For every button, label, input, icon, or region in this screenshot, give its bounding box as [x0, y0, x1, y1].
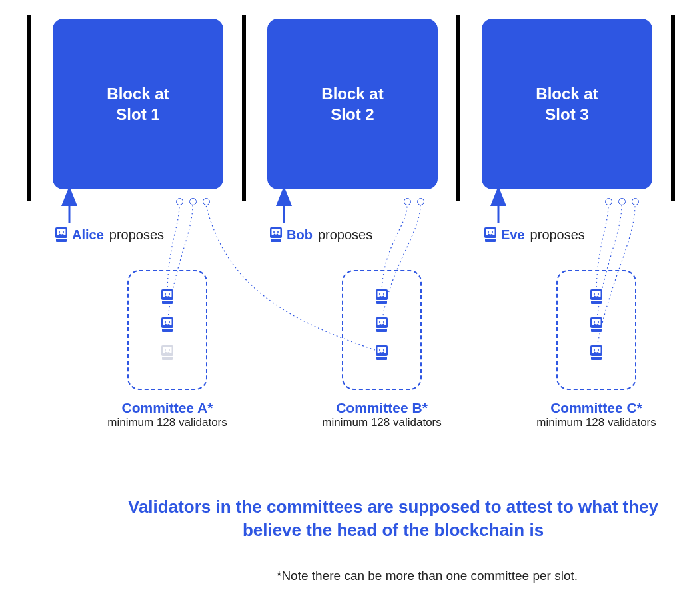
- block-label: Block atSlot 2: [321, 83, 383, 125]
- committee-sub: minimum 128 validators: [510, 416, 683, 429]
- committee-box-a: [127, 270, 207, 390]
- block-slot-2: Block atSlot 2: [267, 19, 438, 189]
- caption-text: Validators in the committees are suppose…: [127, 495, 660, 542]
- attest-dot: [203, 198, 210, 205]
- attest-dot: [176, 198, 183, 205]
- block-slot-1: Block atSlot 1: [53, 19, 223, 189]
- committee-label: Committee C* minimum 128 validators: [510, 400, 683, 429]
- committee-name: Committee C*: [510, 400, 683, 416]
- attest-dot: [417, 198, 424, 205]
- block-label: Block atSlot 3: [536, 83, 598, 125]
- separator-bar: [456, 15, 460, 201]
- committee-box-c: [556, 270, 636, 390]
- proposer-name: Eve: [501, 227, 525, 243]
- committee-name: Committee A*: [81, 400, 254, 416]
- committee-sub: minimum 128 validators: [81, 416, 254, 429]
- attest-dot: [605, 198, 612, 205]
- proposer-name: Alice: [72, 227, 104, 243]
- committee-sub: minimum 128 validators: [295, 416, 468, 429]
- separator-bar: [671, 15, 675, 201]
- attest-dot: [632, 198, 639, 205]
- proposer-name: Bob: [287, 227, 313, 243]
- proposer-row: Bob proposes: [287, 227, 372, 243]
- proposer-row: Alice proposes: [72, 227, 164, 243]
- diagram-canvas: Block atSlot 1 Block atSlot 2 Block atSl…: [0, 0, 693, 616]
- block-slot-3: Block atSlot 3: [482, 19, 652, 189]
- proposer-row: Eve proposes: [501, 227, 585, 243]
- separator-bar: [242, 15, 246, 201]
- committee-box-b: [342, 270, 422, 390]
- block-label: Block atSlot 1: [107, 83, 169, 125]
- committee-label: Committee A* minimum 128 validators: [81, 400, 254, 429]
- proposer-action: proposes: [109, 227, 164, 243]
- proposer-action: proposes: [530, 227, 585, 243]
- attest-dot: [404, 198, 411, 205]
- committee-name: Committee B*: [295, 400, 468, 416]
- footnote-text: *Note there can be more than one committ…: [277, 569, 578, 583]
- attest-dot: [618, 198, 626, 205]
- attest-dot: [189, 198, 197, 205]
- separator-bar: [27, 15, 31, 201]
- committee-label: Committee B* minimum 128 validators: [295, 400, 468, 429]
- proposer-action: proposes: [318, 227, 372, 243]
